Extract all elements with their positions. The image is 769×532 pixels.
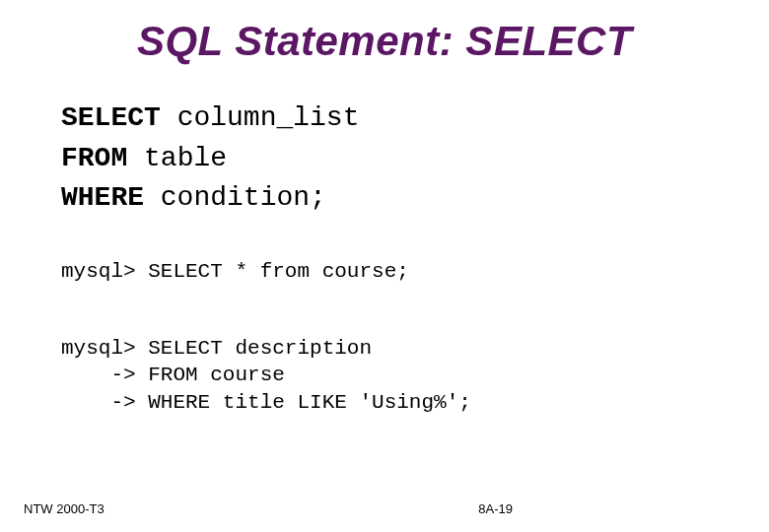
syntax-line-select: SELECT column_list — [61, 99, 359, 139]
syntax-line-where: WHERE condition; — [61, 178, 359, 219]
example-1: mysql> SELECT * from course; — [61, 260, 409, 283]
syntax-line-from: FROM table — [61, 139, 359, 179]
slide-title: SQL Statement: SELECT — [0, 18, 769, 65]
args-where: condition; — [144, 182, 326, 213]
example-2: mysql> SELECT description -> FROM course… — [61, 335, 471, 416]
syntax-block: SELECT column_list FROM table WHERE cond… — [61, 99, 359, 219]
args-select: column_list — [161, 102, 360, 133]
footer-page-number: 8A-19 — [478, 501, 513, 516]
footer-left: NTW 2000-T3 — [24, 501, 105, 516]
args-from: table — [127, 143, 227, 173]
keyword-select: SELECT — [61, 102, 161, 133]
keyword-from: FROM — [61, 143, 127, 173]
slide: SQL Statement: SELECT SELECT column_list… — [0, 0, 769, 532]
keyword-where: WHERE — [61, 182, 144, 213]
